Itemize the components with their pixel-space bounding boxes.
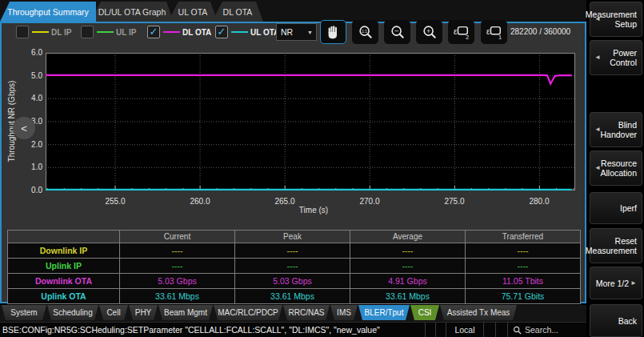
tab-label: BLER/Tput (365, 308, 404, 317)
tab-mac-rlc-pdcp[interactable]: MAC/RLC/PDCP (214, 305, 282, 320)
status-segment (483, 323, 495, 337)
table-cell: 33.61 Mbps (120, 289, 234, 303)
tab-assisted-tx-meas[interactable]: Assisted Tx Meas (440, 305, 517, 320)
pan-hand-button[interactable] (320, 20, 346, 44)
search-box[interactable]: Search... (507, 323, 586, 337)
x-tick-label: 260.0 (184, 197, 216, 206)
blind-handover-button[interactable]: ◄ Blind Handover (590, 112, 642, 147)
tab-ul-ota[interactable]: UL OTA (168, 2, 218, 22)
y-tick-label: 2.0 (21, 140, 42, 149)
table-cell: ---- (466, 259, 580, 273)
row-label-uplink-ip: Uplink IP (8, 259, 119, 273)
table-cell: ---- (466, 243, 580, 258)
chevron-down-icon: ▼ (307, 30, 313, 35)
dl-ota-line-swatch (163, 31, 180, 33)
marker-tag-icon: ε 1 (486, 24, 503, 40)
tab-csi[interactable]: CSI (410, 305, 439, 320)
tab-label: PHY (135, 308, 152, 317)
marker-2-button[interactable]: ε 2 (448, 20, 474, 44)
dl-ip-line-swatch (32, 31, 49, 33)
ul-ip-checkbox[interactable] (81, 26, 94, 38)
tab-scheduling[interactable]: Scheduling (47, 305, 98, 320)
tab-phy[interactable]: PHY (129, 305, 158, 320)
tab-rrc-nas[interactable]: RRC/NAS (283, 305, 330, 320)
button-label: More 1/2 (596, 279, 629, 288)
marker-1-button[interactable]: ε 1 (481, 20, 507, 44)
tab-cell[interactable]: Cell (99, 305, 128, 320)
tab-label: MAC/RLC/PDCP (218, 308, 278, 317)
col-header-transferred: Transferred (466, 231, 580, 243)
tab-system[interactable]: System (2, 305, 46, 320)
throughput-plot[interactable] (46, 53, 575, 191)
marker-tag-icon: ε 2 (453, 24, 470, 40)
app-window: Throughput Summary DL/UL OTA Graph UL OT… (0, 0, 644, 337)
power-control-button[interactable]: ◄ Power Control (590, 40, 642, 75)
sample-counter: 282200 / 360000 (510, 27, 570, 36)
left-arrow-icon: ◄ (594, 14, 601, 24)
legend-label: DL IP (51, 28, 71, 37)
local-remote-indicator[interactable]: Local (446, 323, 483, 337)
magnifier-minus-icon: − (390, 24, 406, 40)
legend-item-dl-ota: ✓ DL OTA (147, 25, 211, 39)
col-header-average: Average (350, 231, 465, 243)
bottom-tab-bar: System Scheduling Cell PHY Beam Mgmt MAC… (0, 305, 586, 322)
left-arrow-icon: ◄ (594, 163, 601, 173)
dl-ip-checkbox[interactable] (16, 26, 29, 38)
hand-icon (326, 24, 342, 40)
ul-ota-checkbox[interactable]: ✓ (215, 26, 228, 38)
throughput-table: Current Peak Average Transferred Downlin… (7, 230, 581, 304)
table-cell: 5.03 Gbps (120, 274, 234, 288)
zoom-one-to-one-button[interactable]: 1:1 (352, 20, 378, 44)
legend-label: UL IP (116, 28, 136, 37)
tab-label: CSI (418, 308, 432, 317)
measurement-setup-button[interactable]: ◄ Measurement Setup (590, 2, 642, 37)
x-axis-title: Time (s) (282, 206, 346, 215)
tab-label: UL OTA (178, 7, 208, 17)
table-cell: 4.91 Gbps (350, 274, 465, 288)
button-label: Measurement Setup (586, 10, 637, 29)
tab-beam-mgmt[interactable]: Beam Mgmt (158, 305, 213, 320)
zoom-out-button[interactable]: − (384, 20, 410, 44)
tab-dlul-ota-graph[interactable]: DL/UL OTA Graph (90, 2, 174, 22)
svg-text:2: 2 (466, 34, 469, 40)
y-tick-label: 0.0 (21, 186, 42, 195)
row-label-downlink-ip: Downlink IP (8, 243, 119, 258)
tab-bler-tput[interactable]: BLER/Tput (358, 305, 410, 320)
y-tick-label: 4.0 (21, 94, 42, 102)
right-arrow-icon: ► (630, 279, 637, 288)
svg-text:ε: ε (454, 27, 458, 36)
more-pages-button[interactable]: More 1/2 ► (590, 267, 642, 299)
resource-allocation-button[interactable]: ◄ Resource Allocation (590, 150, 642, 186)
tab-throughput-summary[interactable]: Throughput Summary (0, 2, 96, 22)
tab-label: Throughput Summary (7, 7, 89, 17)
tab-ims[interactable]: IMS (330, 305, 358, 320)
softkey-sidebar: ◄ Measurement Setup ◄ Power Control ◄ Bl… (586, 0, 644, 337)
status-segment (425, 323, 435, 337)
svg-text:ε: ε (486, 27, 490, 36)
button-label: Back (618, 316, 637, 326)
tab-dl-ota[interactable]: DL OTA (212, 2, 263, 22)
reset-measurement-button[interactable]: Reset Measurement (590, 228, 642, 263)
legend-label: DL OTA (182, 28, 211, 37)
iperf-button[interactable]: Iperf (590, 192, 642, 224)
legend-item-dl-ip: DL IP (16, 25, 71, 39)
scpi-command-text: BSE:CONFig:NR5G:SCHeduling:SETParameter … (2, 325, 380, 335)
x-tick-label: 265.0 (269, 197, 301, 206)
zoom-in-button[interactable]: + (416, 20, 442, 44)
dl-ota-checkbox[interactable]: ✓ (147, 26, 160, 38)
panel-collapse-handle[interactable]: < (13, 117, 35, 139)
back-button[interactable]: Back (590, 304, 642, 337)
table-cell: 33.61 Mbps (235, 289, 350, 303)
tab-label: DL/UL OTA Graph (98, 7, 166, 17)
x-tick-label: 270.0 (354, 197, 386, 206)
top-tab-bar: Throughput Summary DL/UL OTA Graph UL OT… (0, 0, 586, 22)
table-cell: ---- (120, 259, 234, 273)
y-tick-label: 1.0 (21, 162, 42, 171)
row-label-downlink-ota: Downlink OTA (8, 274, 119, 288)
table-cell: 11.05 Tbits (466, 274, 580, 288)
search-icon (513, 326, 522, 335)
status-segment (435, 323, 446, 337)
radio-mode-dropdown[interactable]: NR ▼ (276, 23, 317, 41)
tab-label: Assisted Tx Meas (447, 308, 510, 317)
left-arrow-icon: ◄ (594, 53, 601, 62)
